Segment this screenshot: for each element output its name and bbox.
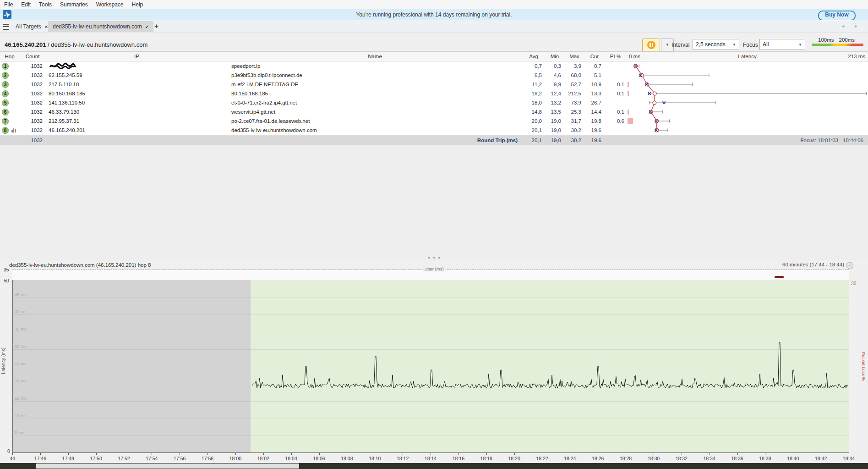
col-header-min[interactable]: Min — [545, 54, 564, 59]
col-header-cur[interactable]: Cur — [584, 54, 605, 59]
col-header-hop[interactable]: Hop — [0, 54, 19, 59]
col-header-ip[interactable]: IP — [46, 54, 228, 59]
hop-min: 19,0 — [545, 127, 564, 133]
time-tick-label: 18:18 — [480, 456, 492, 461]
target-header-band: 46.165.240.201 / ded355-lv-lw-eu.huntsho… — [0, 32, 868, 52]
pause-button[interactable] — [642, 39, 660, 51]
hop-max: 73,9 — [564, 100, 584, 105]
round-trip-min: 19,0 — [545, 138, 564, 143]
menu-item-file[interactable]: File — [0, 0, 17, 9]
jitter-axis-max: 35 — [4, 267, 9, 272]
panel-gap — [0, 145, 868, 260]
time-tick-label: 18:30 — [648, 456, 660, 461]
hop-cur: 14,4 — [584, 109, 605, 115]
timeline-plot[interactable]: 45 ms40 ms35 ms30 ms25 ms20 ms15 ms10 ms… — [12, 280, 849, 453]
round-trip-max: 30,2 — [564, 138, 584, 143]
hamburger-icon[interactable] — [3, 24, 9, 30]
tab-target-label: ded355-lv-lw-eu.huntshowdown.com — [53, 23, 142, 30]
latency-axis-max: 50 — [4, 278, 9, 283]
menu-item-edit[interactable]: Edit — [17, 0, 35, 9]
legend-100ms-label: 100ms — [818, 37, 834, 43]
hop-max: 3,9 — [564, 63, 584, 69]
time-tick-label: 18:40 — [787, 456, 799, 461]
chevron-down-icon[interactable]: ⌄ — [846, 262, 853, 269]
timeline-title: ded355-lv-lw-eu.huntshowdown.com (46.165… — [9, 262, 151, 268]
tab-all-targets[interactable]: All Targets ✕ — [11, 21, 53, 32]
hop-ip: 80.150.168.185 — [46, 91, 228, 96]
hop-count: 1032 — [19, 72, 46, 78]
redacted-ip-scribble — [49, 62, 77, 70]
timeline-graph-icon — [11, 128, 16, 132]
tab-target[interactable]: ded355-lv-lw-eu.huntshowdown.com ✔ — [48, 21, 153, 32]
legend-200ms-label: 200ms — [839, 37, 855, 43]
hop-number-badge: 1 — [2, 63, 9, 70]
target-ip: 46.165.240.201 — [5, 41, 46, 48]
time-tick-label: 18:16 — [453, 456, 464, 461]
col-header-pl[interactable]: PL% — [605, 54, 627, 59]
hop-packet-loss: 0,1 — [605, 82, 627, 87]
hop-min: 4,6 — [545, 72, 564, 78]
latency-color-legend: 100ms 200ms — [812, 37, 863, 46]
time-tick-label: 18:44 — [843, 456, 855, 461]
interval-label: Interval — [671, 42, 689, 48]
hop-name: po-2.ce07.fra-01.de.leaseweb.net — [228, 118, 522, 124]
time-tick-label: 17:50 — [90, 456, 102, 461]
col-header-name[interactable]: Name — [228, 54, 522, 59]
target-title: 46.165.240.201 / ded355-lv-lw-eu.huntsho… — [5, 41, 147, 48]
hop-ip: 217.5.110.18 — [46, 82, 228, 87]
hop-cur: 0,7 — [584, 63, 605, 69]
col-header-avg[interactable]: Avg — [522, 54, 545, 59]
latency-axis-label: Latency (ms) — [1, 348, 6, 374]
hop-avg: 14,8 — [522, 109, 545, 115]
hop-number-badge: 2 — [2, 72, 9, 79]
tab-strip: All Targets ✕ ded355-lv-lw-eu.huntshowdo… — [0, 20, 868, 32]
dropdown-arrow-icon: ▼ — [732, 43, 736, 47]
tab-scroll-arrows-icon[interactable]: ◂ ▸ — [842, 23, 862, 28]
hop-count: 1032 — [19, 109, 46, 115]
time-tick-label: 18:34 — [704, 456, 715, 461]
hop-name: 80.150.168.185 — [228, 91, 522, 96]
focus-value: All — [763, 41, 769, 48]
scrollbar-thumb[interactable] — [36, 463, 299, 469]
close-icon[interactable]: ✕ — [44, 24, 48, 29]
timeline-scrollbar[interactable] — [0, 463, 868, 469]
hop-max: 68,0 — [564, 72, 584, 78]
round-trip-count: 1032 — [19, 138, 46, 143]
interval-select[interactable]: 2,5 seconds ▼ — [693, 39, 739, 50]
packet-loss-mark — [775, 276, 784, 278]
add-tab-button[interactable]: + — [154, 22, 158, 30]
menu-item-tools[interactable]: Tools — [35, 0, 56, 9]
target-separator: / — [46, 41, 51, 48]
jitter-title: Jitter (ms) — [422, 266, 445, 271]
pause-icon — [647, 41, 655, 49]
round-trip-avg: 20,1 — [522, 138, 545, 143]
menu-bar: FileEditToolsSummariesWorkspaceHelp — [0, 0, 868, 9]
hop-name: ded355-lv-lw-eu.huntshowdown.com — [228, 127, 522, 133]
trial-message: You're running professional with 14 days… — [0, 9, 868, 20]
timeline-window-label[interactable]: 60 minutes (17:44 - 18:44) — [782, 262, 844, 267]
hop-ip: 212.95.37.31 — [46, 118, 228, 124]
col-header-max[interactable]: Max — [564, 54, 584, 59]
buy-now-button[interactable]: Buy Now — [818, 11, 856, 21]
col-header-count[interactable]: Count — [19, 54, 46, 59]
menu-item-workspace[interactable]: Workspace — [92, 0, 128, 9]
hop-avg: 0,7 — [522, 63, 545, 69]
time-tick-label: 17:48 — [62, 456, 74, 461]
timeline-panel: ded355-lv-lw-eu.huntshowdown.com (46.165… — [0, 260, 868, 463]
time-tick-label: 18:20 — [508, 456, 520, 461]
hop-ip: 46.165.240.201 — [46, 127, 228, 133]
time-tick-label: 18:10 — [369, 456, 381, 461]
hop-cur: 13,3 — [584, 91, 605, 96]
menu-item-help[interactable]: Help — [128, 0, 147, 9]
hop-min: 0,3 — [545, 63, 564, 69]
focus-select[interactable]: All ▼ — [759, 39, 805, 50]
time-axis: 4417:4617:4817:5017:5217:5417:5617:5818:… — [12, 453, 849, 463]
time-tick-label: 18:38 — [759, 456, 771, 461]
menu-item-summaries[interactable]: Summaries — [56, 0, 92, 9]
hop-avg: 18,2 — [522, 91, 545, 96]
hop-ip: 141.136.110.50 — [46, 100, 228, 105]
hop-packet-loss: 0,6 — [605, 118, 627, 124]
splitter-handle[interactable] — [428, 257, 440, 259]
legend-gradient-bar — [812, 44, 863, 46]
time-tick-label: 18:06 — [313, 456, 325, 461]
